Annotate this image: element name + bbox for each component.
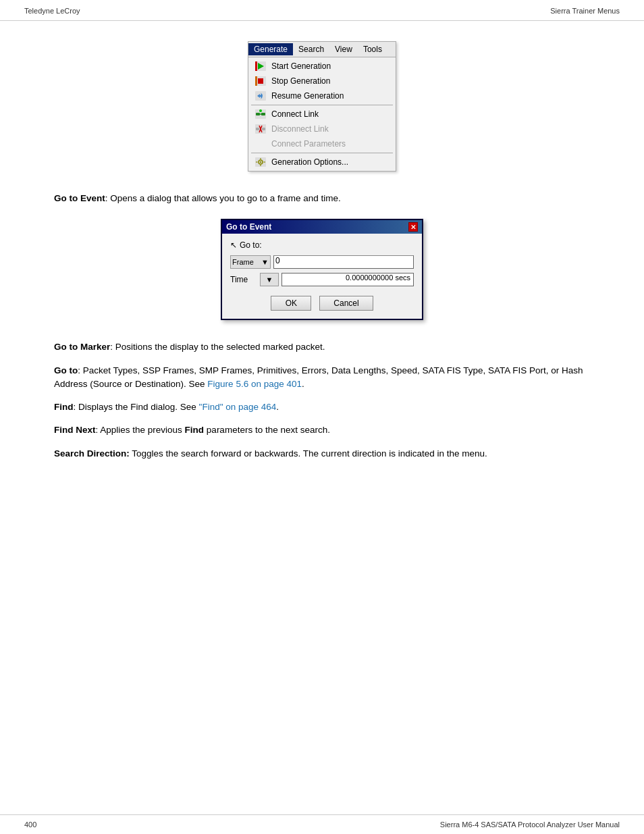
menu-items: Start Generation Stop Generation <box>248 57 396 171</box>
time-value: 0.0000000000 secs <box>346 273 410 282</box>
time-dropdown[interactable]: ▼ <box>260 273 279 286</box>
frame-dropdown[interactable]: Frame ▼ <box>230 255 271 269</box>
goto-link[interactable]: Figure 5.6 on page 401 <box>207 379 302 389</box>
goto-term: Go to <box>54 365 78 375</box>
connect-link-icon <box>254 109 267 120</box>
menu-separator-1 <box>251 105 393 105</box>
svg-rect-9 <box>261 113 265 115</box>
menu-screenshot: Generate Search View Tools Start Generat… <box>248 41 396 172</box>
svg-rect-14 <box>262 128 265 130</box>
menu-separator-2 <box>251 153 393 153</box>
frame-dropdown-arrow: ▼ <box>261 258 269 266</box>
menu-bar-view[interactable]: View <box>329 43 358 55</box>
stop-generation-label: Stop Generation <box>271 76 330 86</box>
page-header: Teledyne LeCroy Sierra Trainer Menus <box>0 0 644 21</box>
find-text-after: . <box>276 402 279 412</box>
menu-bar-search[interactable]: Search <box>293 43 329 55</box>
menu-bar-tools[interactable]: Tools <box>358 43 387 55</box>
goto-event-paragraph: Go to Event: Opens a dialog that allows … <box>54 192 590 205</box>
search-direction-text: Toggles the search forward or backwards.… <box>130 448 487 459</box>
goto-event-term: Go to Event <box>54 193 105 203</box>
time-input[interactable]: 0.0000000000 secs <box>281 273 414 286</box>
find-next-term: Find Next <box>54 425 96 435</box>
frame-value: 0 <box>275 256 280 265</box>
find-text: : Displays the Find dialog. See <box>74 402 199 412</box>
dialog-goto-label: ↖ Go to: <box>230 240 414 250</box>
search-direction-term: Search Direction: <box>54 448 130 459</box>
page-content: Generate Search View Tools Start Generat… <box>0 21 644 511</box>
find-link[interactable]: "Find" on page 464 <box>199 402 277 412</box>
disconnect-link-label: Disconnect Link <box>271 124 329 134</box>
find-next-text-after: parameters to the next search. <box>204 425 330 435</box>
header-right: Sierra Trainer Menus <box>550 7 620 15</box>
dialog-title: Go to Event <box>226 222 271 232</box>
svg-point-11 <box>259 109 262 112</box>
connect-parameters-label: Connect Parameters <box>271 139 346 149</box>
start-generation-label: Start Generation <box>271 61 331 71</box>
menu-item-stop-generation[interactable]: Stop Generation <box>248 74 396 88</box>
svg-rect-2 <box>255 61 257 71</box>
menu-item-connect-parameters[interactable]: Connect Parameters <box>248 136 396 151</box>
goto-paragraph: Go to: Packet Types, SSP Frames, SMP Fra… <box>54 364 590 392</box>
dialog-ok-button[interactable]: OK <box>271 296 311 311</box>
connect-link-label: Connect Link <box>271 109 319 119</box>
menu-item-connect-link[interactable]: Connect Link <box>248 107 396 122</box>
page-footer: 400 Sierra M6-4 SAS/SATA Protocol Analyz… <box>0 814 644 834</box>
generation-options-label: Generation Options... <box>271 157 348 167</box>
find-term: Find <box>54 402 74 412</box>
goto-marker-term: Go to Marker <box>54 342 110 352</box>
svg-rect-13 <box>256 128 259 130</box>
footer-page-number: 400 <box>24 820 36 829</box>
dialog-body: ↖ Go to: Frame ▼ 0 Time ▼ 0.0000000000 s… <box>222 234 422 319</box>
svg-rect-4 <box>258 78 263 84</box>
menu-item-start-generation[interactable]: Start Generation <box>248 59 396 74</box>
dialog-close-button[interactable]: ✕ <box>408 222 418 232</box>
dialog-frame-row: Frame ▼ 0 <box>230 255 414 269</box>
header-left: Teledyne LeCroy <box>24 7 80 15</box>
connect-parameters-icon <box>254 138 267 149</box>
goto-text-after: . <box>302 379 304 389</box>
frame-label: Frame <box>232 258 254 266</box>
find-next-text: : Applies the previous <box>96 425 185 435</box>
goto-text: : Packet Types, SSP Frames, SMP Frames, … <box>54 365 583 389</box>
goto-marker-paragraph: Go to Marker: Positions the display to t… <box>54 340 590 354</box>
time-label: Time <box>230 275 257 284</box>
menu-bar: Generate Search View Tools <box>248 42 396 57</box>
disconnect-link-icon <box>254 124 267 134</box>
dialog-title-bar: Go to Event ✕ <box>222 220 422 234</box>
goto-marker-text: : Positions the display to the selected … <box>110 342 325 352</box>
svg-rect-5 <box>255 76 257 86</box>
menu-bar-generate[interactable]: Generate <box>248 43 293 55</box>
footer-title: Sierra M6-4 SAS/SATA Protocol Analyzer U… <box>440 820 620 829</box>
find-next-paragraph: Find Next: Applies the previous Find par… <box>54 423 590 437</box>
menu-item-generation-options[interactable]: Generation Options... <box>248 155 396 170</box>
goto-event-dialog: Go to Event ✕ ↖ Go to: Frame ▼ 0 Time ▼ <box>221 219 423 320</box>
menu-item-disconnect-link[interactable]: Disconnect Link <box>248 122 396 136</box>
svg-rect-8 <box>256 113 260 115</box>
generation-options-icon <box>254 157 267 167</box>
stop-generation-icon <box>254 76 267 86</box>
frame-input[interactable]: 0 <box>273 255 414 269</box>
cursor-icon: ↖ <box>230 240 237 250</box>
goto-event-text: : Opens a dialog that allows you to go t… <box>105 193 341 203</box>
time-dropdown-arrow: ▼ <box>266 276 273 284</box>
search-direction-paragraph: Search Direction: Toggles the search for… <box>54 447 590 461</box>
svg-point-19 <box>260 161 261 163</box>
resume-generation-icon <box>254 90 267 101</box>
dialog-time-row: Time ▼ 0.0000000000 secs <box>230 273 414 286</box>
dialog-cancel-button[interactable]: Cancel <box>319 296 373 311</box>
find-paragraph: Find: Displays the Find dialog. See "Fin… <box>54 400 590 414</box>
menu-item-resume-generation[interactable]: Resume Generation <box>248 88 396 103</box>
start-generation-icon <box>254 61 267 72</box>
resume-generation-label: Resume Generation <box>271 91 344 101</box>
dialog-buttons: OK Cancel <box>230 293 414 312</box>
find-next-bold-inline: Find <box>185 425 205 435</box>
